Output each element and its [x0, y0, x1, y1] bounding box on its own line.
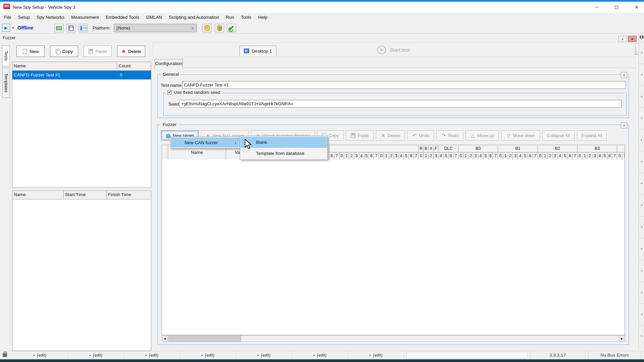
camera-icon[interactable] [640, 36, 644, 39]
fuzzer-collapse-button[interactable]: ∧ [621, 122, 627, 128]
delete-button[interactable]: Delete [117, 46, 145, 57]
gmlan-menu-item[interactable]: GMLAN [143, 13, 165, 22]
context-menu: New CAN fuzzer › [170, 136, 240, 148]
setup-menu-item[interactable]: Setup [15, 13, 33, 22]
seed-input[interactable] [179, 100, 622, 108]
spy-networks-menu-item[interactable]: Spy Networks [33, 13, 68, 22]
dock-item[interactable]: • [639, 42, 644, 64]
dock-item[interactable]: • [639, 129, 644, 151]
bullet-icon: • [258, 354, 259, 357]
edit-segment[interactable]: • (edit) [68, 351, 124, 359]
hardware-icon [56, 26, 62, 30]
bit-header-cell: 6 [369, 153, 374, 160]
panel-close-button[interactable]: × [628, 36, 637, 42]
minimize-button[interactable] [589, 2, 604, 13]
delete-button[interactable]: Delete [376, 130, 405, 140]
close-button[interactable]: × [629, 2, 644, 13]
measurement-menu-item[interactable]: Measurement [68, 13, 102, 22]
paste-button[interactable]: Paste [84, 46, 112, 57]
edit-segment[interactable]: • (edit) [348, 351, 404, 359]
dock-item[interactable]: • [639, 282, 644, 303]
table-row[interactable]: CANFD Fuzzer Test #1 0 [12, 71, 151, 79]
column-header-finish-time[interactable]: Finish Time [107, 191, 151, 199]
dock-item[interactable]: • [639, 238, 644, 260]
button-label: Redo [448, 133, 459, 138]
scroll-right-button[interactable]: ▶ [619, 336, 625, 342]
use-fixed-seed-checkbox[interactable]: ✔ [167, 90, 172, 95]
edit-segment[interactable]: • (edit) [124, 351, 180, 359]
desktop-tab[interactable]: Desktop 1 [239, 46, 276, 56]
tab-tests[interactable]: Tests [2, 46, 10, 66]
column-header-count[interactable]: Count [117, 62, 151, 70]
embedded-tools-menu-item[interactable]: Embedded Tools [102, 13, 143, 22]
byte-group-header: B2 [538, 145, 578, 153]
paste-button[interactable]: Paste [346, 130, 373, 140]
test-name-input[interactable] [182, 81, 626, 89]
maximize-button[interactable] [609, 2, 624, 13]
check-icon: ✔ [168, 90, 171, 94]
platform-select[interactable]: (None) ∨ [114, 24, 197, 32]
edit-segment[interactable]: • (edit) [236, 351, 292, 359]
panel-collapse-button[interactable]: ∨ [618, 36, 627, 42]
edit-segment[interactable]: • (edit) [292, 351, 348, 359]
collapse-icon: ∧ [623, 124, 625, 127]
dock-item[interactable]: • [639, 173, 644, 194]
expand-all-button[interactable]: Expand All [577, 130, 607, 140]
scrollbar-thumb[interactable] [168, 336, 241, 342]
run-options-caret[interactable]: ▾ [10, 24, 15, 32]
help-menu-item[interactable]: Help [255, 13, 271, 22]
tab-templates[interactable]: Templates [2, 68, 10, 98]
tools-menu-item[interactable]: Tools [237, 13, 255, 22]
move-down-button[interactable]: Move down [501, 130, 540, 140]
dock-item[interactable]: • [639, 303, 644, 325]
save-icon [68, 25, 74, 31]
bit-header-cell: 2 [429, 153, 434, 160]
column-header-name[interactable]: Name [12, 62, 117, 70]
database-button[interactable] [202, 24, 212, 32]
horizontal-scrollbar[interactable]: ◀ ▶ [162, 335, 625, 342]
test-toolbar: New Copy Paste Delete [16, 46, 145, 57]
database-export-button[interactable] [215, 24, 224, 32]
titlebar[interactable]: New Spy Setup - Vehicle Spy 3 × [0, 2, 644, 13]
dock-item[interactable]: • [639, 64, 644, 85]
dock-item[interactable]: • [639, 85, 644, 107]
messages-view-button[interactable] [78, 24, 88, 32]
undo-button[interactable]: Undo [407, 130, 434, 140]
collapse-all-button[interactable]: Collapse All [542, 130, 575, 140]
edit-segment[interactable]: • (edit) [180, 351, 236, 359]
move-up-button[interactable]: Move up [466, 130, 499, 140]
save-button[interactable] [66, 24, 76, 32]
dock-dot-icon: • [641, 51, 642, 55]
bit-header-cell: 3 [473, 153, 478, 160]
setup-tools-button[interactable] [227, 24, 236, 32]
column-header-name[interactable]: Name [12, 191, 64, 199]
new-button[interactable]: New [16, 46, 45, 57]
menu-item-new-can-fuzzer[interactable]: New CAN fuzzer › [171, 137, 240, 147]
start-test-button[interactable]: ▶ Start test [153, 43, 635, 57]
scroll-left-button[interactable]: ◀ [162, 336, 168, 342]
bit-header-cell: 1 [384, 153, 389, 160]
dock-item[interactable]: • [639, 107, 644, 129]
dock-item[interactable]: • [639, 260, 644, 282]
bit-header-cell: 4 [439, 153, 444, 160]
dock-dot-icon: • [641, 291, 642, 294]
dock-item[interactable]: • [639, 216, 644, 238]
tab-configuration[interactable]: Configuration [155, 59, 183, 68]
scripting-and-automation-menu-item[interactable]: Scripting and Automation [165, 13, 222, 22]
dock-dot-icon: • [641, 95, 642, 98]
run-button[interactable]: ▶ [2, 24, 10, 32]
dock-item[interactable]: • [639, 151, 644, 173]
copy-button[interactable]: Copy [50, 46, 78, 57]
column-header-start-time[interactable]: Start Time [64, 191, 107, 199]
fuzzer-grid-body[interactable] [162, 160, 625, 335]
page-icon [22, 49, 28, 54]
dock-item[interactable]: • [639, 194, 644, 216]
file-menu-item[interactable]: File [1, 13, 15, 22]
run-menu-item[interactable]: Run [222, 13, 237, 22]
edit-segment[interactable]: • (edit) [12, 351, 68, 359]
general-collapse-button[interactable]: ∧ [621, 72, 627, 78]
dock-item[interactable]: • [639, 325, 644, 347]
messages-view-icon [80, 25, 87, 31]
hardware-button[interactable] [54, 24, 64, 32]
redo-button[interactable]: Redo [436, 130, 463, 140]
